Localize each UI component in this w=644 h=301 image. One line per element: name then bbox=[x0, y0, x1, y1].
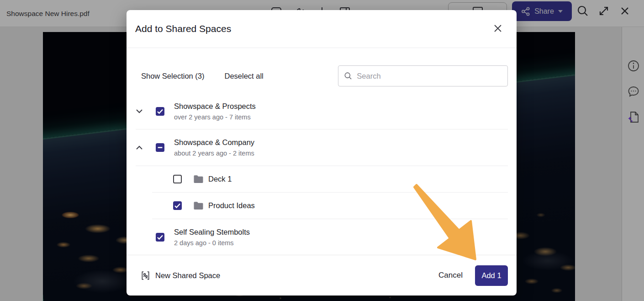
search-input[interactable] bbox=[357, 72, 502, 81]
checkbox-indeterminate[interactable] bbox=[156, 143, 164, 152]
new-shared-space-button[interactable]: New Shared Space bbox=[140, 270, 220, 281]
new-shared-space-label: New Shared Space bbox=[155, 271, 220, 280]
space-name: Showspace & Company bbox=[174, 138, 254, 147]
show-selection-button[interactable]: Show Selection (3) bbox=[141, 72, 205, 81]
folder-row[interactable]: Product Ideas bbox=[127, 193, 517, 219]
folder-icon bbox=[193, 201, 204, 210]
checkbox-checked[interactable] bbox=[156, 233, 164, 242]
indeterminate-icon bbox=[156, 143, 164, 152]
checkbox-checked[interactable] bbox=[156, 107, 164, 116]
space-name: Self Sealing Stembolts bbox=[174, 227, 250, 236]
folder-name: Deck 1 bbox=[208, 175, 232, 183]
shared-space-row[interactable]: Showspace & Prospects over 2 years ago -… bbox=[127, 93, 517, 129]
folder-icon bbox=[193, 175, 204, 183]
space-meta: 2 days ago - 0 items bbox=[174, 239, 250, 247]
check-icon bbox=[156, 233, 164, 242]
shared-space-row[interactable]: Self Sealing Stembolts 2 days ago - 0 it… bbox=[127, 219, 517, 255]
folder-name: Product Ideas bbox=[208, 201, 255, 210]
folder-row[interactable]: Deck 1 bbox=[127, 166, 517, 192]
search-field bbox=[338, 65, 508, 86]
dialog-footer: New Shared Space Cancel Add 1 bbox=[127, 255, 517, 296]
deselect-all-button[interactable]: Deselect all bbox=[225, 72, 264, 81]
close-dialog-icon[interactable] bbox=[491, 22, 504, 35]
checkbox-checked[interactable] bbox=[173, 201, 182, 210]
dialog-title: Add to Shared Spaces bbox=[135, 23, 231, 34]
space-name: Showspace & Prospects bbox=[174, 102, 256, 111]
check-icon bbox=[156, 107, 164, 116]
dialog-header: Add to Shared Spaces bbox=[127, 10, 517, 48]
space-meta: over 2 years ago - 7 items bbox=[174, 113, 256, 121]
chevron-down-icon[interactable] bbox=[136, 108, 143, 115]
chevron-up-icon[interactable] bbox=[136, 144, 143, 151]
new-shared-space-icon bbox=[140, 270, 151, 281]
search-icon bbox=[344, 71, 352, 81]
selection-controls: Show Selection (3) Deselect all bbox=[127, 65, 517, 86]
add-to-shared-spaces-dialog: Add to Shared Spaces Show Selection (3) … bbox=[127, 10, 517, 296]
cancel-button[interactable]: Cancel bbox=[438, 271, 463, 280]
add-button[interactable]: Add 1 bbox=[475, 265, 508, 286]
screen: Showspace New Hires.pdf Share bbox=[0, 0, 644, 301]
shared-space-row[interactable]: Showspace & Company about 2 years ago - … bbox=[127, 129, 517, 166]
check-icon bbox=[173, 201, 182, 210]
checkbox-unchecked[interactable] bbox=[173, 175, 182, 183]
space-meta: about 2 years ago - 2 items bbox=[174, 150, 254, 157]
